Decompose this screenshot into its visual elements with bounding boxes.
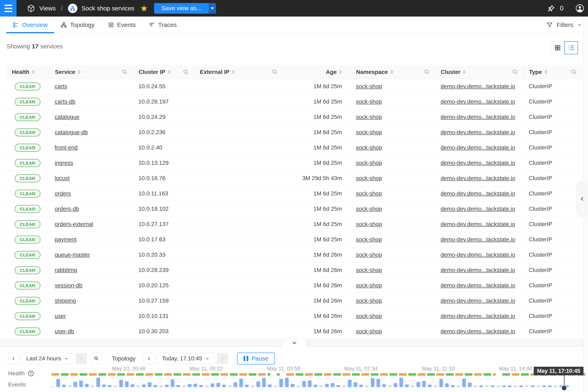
range-back-button[interactable] bbox=[8, 353, 19, 364]
namespace-link[interactable]: sock-shop bbox=[356, 206, 382, 212]
namespace-link[interactable]: sock-shop bbox=[356, 98, 382, 105]
cluster-link[interactable]: demo-dev.demo...tackstate.io bbox=[440, 236, 515, 242]
service-link[interactable]: catalogue-db bbox=[55, 129, 88, 135]
search-icon[interactable] bbox=[272, 69, 278, 75]
service-link[interactable]: user bbox=[55, 313, 66, 319]
search-icon[interactable] bbox=[424, 69, 430, 75]
sort-icon[interactable] bbox=[463, 70, 466, 74]
tab-events[interactable]: Events bbox=[101, 16, 142, 33]
namespace-link[interactable]: sock-shop bbox=[356, 114, 382, 120]
service-link[interactable]: queue-master bbox=[55, 252, 90, 258]
service-link[interactable]: orders bbox=[55, 190, 71, 196]
cluster-link[interactable]: demo-dev.demo...tackstate.io bbox=[440, 129, 515, 135]
tab-topology[interactable]: Topology bbox=[54, 16, 101, 33]
time-range-select[interactable]: Last 24 hours bbox=[21, 353, 74, 364]
search-icon[interactable] bbox=[183, 69, 189, 75]
cluster-link[interactable]: demo-dev.demo...tackstate.io bbox=[440, 160, 515, 166]
namespace-link[interactable]: sock-shop bbox=[356, 313, 382, 319]
service-link[interactable]: rabbitmq bbox=[55, 267, 77, 273]
tab-overview[interactable]: Overview bbox=[6, 16, 54, 33]
namespace-link[interactable]: sock-shop bbox=[356, 221, 382, 227]
cluster-link[interactable]: demo-dev.demo...tackstate.io bbox=[440, 298, 515, 304]
column-header-service[interactable]: Service bbox=[49, 65, 133, 78]
column-header-cluster-ip[interactable]: Cluster IP bbox=[133, 65, 194, 78]
namespace-link[interactable]: sock-shop bbox=[356, 282, 382, 288]
namespace-link[interactable]: sock-shop bbox=[356, 83, 382, 90]
sort-icon[interactable] bbox=[232, 70, 235, 74]
timeline-collapse-button[interactable] bbox=[282, 339, 307, 347]
namespace-link[interactable]: sock-shop bbox=[356, 144, 382, 151]
save-view-as-button[interactable]: Save view as... bbox=[154, 3, 209, 14]
cluster-link[interactable]: demo-dev.demo...tackstate.io bbox=[440, 175, 515, 181]
namespace-link[interactable]: sock-shop bbox=[356, 298, 382, 304]
namespace-link[interactable]: sock-shop bbox=[356, 252, 382, 258]
column-header-external-ip[interactable]: External IP bbox=[194, 65, 283, 78]
breadcrumb-view-name[interactable]: Sock shop services bbox=[82, 5, 134, 12]
search-icon[interactable] bbox=[571, 69, 577, 75]
service-link[interactable]: carts bbox=[55, 83, 67, 90]
namespace-link[interactable]: sock-shop bbox=[356, 267, 382, 273]
namespace-link[interactable]: sock-shop bbox=[356, 175, 382, 181]
service-link[interactable]: shipping bbox=[55, 298, 76, 304]
namespace-link[interactable]: sock-shop bbox=[356, 328, 382, 334]
favorite-star-icon[interactable]: ★ bbox=[140, 4, 148, 13]
service-link[interactable]: catalogue bbox=[55, 114, 80, 120]
service-link[interactable]: locust bbox=[55, 175, 70, 181]
breadcrumb-views[interactable]: Views bbox=[40, 5, 56, 12]
cluster-link[interactable]: demo-dev.demo...tackstate.io bbox=[440, 252, 515, 258]
service-link[interactable]: session-db bbox=[55, 282, 82, 288]
service-link[interactable]: carts-db bbox=[55, 98, 75, 105]
cluster-link[interactable]: demo-dev.demo...tackstate.io bbox=[440, 83, 515, 90]
cluster-link[interactable]: demo-dev.demo...tackstate.io bbox=[440, 98, 515, 105]
time-forward-button[interactable] bbox=[217, 353, 228, 364]
column-header-type[interactable]: Type bbox=[523, 65, 582, 78]
column-header-health[interactable]: Health bbox=[6, 65, 49, 78]
right-panel-expand-button[interactable] bbox=[576, 181, 587, 216]
namespace-link[interactable]: sock-shop bbox=[356, 129, 382, 135]
hamburger-menu-button[interactable] bbox=[0, 0, 16, 16]
help-question-icon[interactable]: ? bbox=[28, 370, 34, 377]
column-header-namespace[interactable]: Namespace bbox=[350, 65, 435, 78]
cluster-link[interactable]: demo-dev.demo...tackstate.io bbox=[440, 114, 515, 120]
range-forward-button[interactable] bbox=[76, 353, 86, 364]
cluster-link[interactable]: demo-dev.demo...tackstate.io bbox=[440, 221, 515, 227]
filters-button[interactable]: Filters bbox=[546, 22, 582, 28]
sort-icon[interactable] bbox=[339, 70, 342, 74]
sort-icon[interactable] bbox=[390, 70, 393, 74]
pause-button[interactable]: Pause bbox=[237, 352, 275, 364]
time-back-button[interactable] bbox=[144, 353, 154, 364]
cluster-link[interactable]: demo-dev.demo...tackstate.io bbox=[440, 144, 515, 151]
service-link[interactable]: front-end bbox=[55, 144, 78, 151]
zoom-out-button[interactable] bbox=[91, 353, 102, 364]
service-link[interactable]: user-db bbox=[55, 328, 74, 334]
tab-traces[interactable]: Traces bbox=[142, 16, 183, 33]
grid-view-button[interactable] bbox=[551, 41, 564, 54]
sort-icon[interactable] bbox=[32, 70, 35, 74]
cluster-link[interactable]: demo-dev.demo...tackstate.io bbox=[440, 267, 515, 273]
namespace-link[interactable]: sock-shop bbox=[356, 236, 382, 242]
user-avatar-icon[interactable] bbox=[575, 4, 584, 13]
column-header-cluster[interactable]: Cluster bbox=[435, 65, 523, 78]
current-time-select[interactable]: Today, 17:10:45 bbox=[156, 353, 215, 364]
cluster-link[interactable]: demo-dev.demo...tackstate.io bbox=[440, 206, 515, 212]
sort-icon[interactable] bbox=[168, 70, 171, 74]
namespace-link[interactable]: sock-shop bbox=[356, 190, 382, 196]
pin-icon[interactable] bbox=[547, 4, 555, 12]
service-link[interactable]: orders-external bbox=[55, 221, 93, 227]
save-view-as-caret-button[interactable] bbox=[209, 3, 216, 14]
sort-icon[interactable] bbox=[544, 70, 547, 74]
cluster-link[interactable]: demo-dev.demo...tackstate.io bbox=[440, 313, 515, 319]
search-icon[interactable] bbox=[512, 69, 518, 75]
sort-icon[interactable] bbox=[78, 70, 81, 74]
current-time-marker-dot[interactable] bbox=[562, 386, 566, 390]
service-link[interactable]: payment bbox=[55, 236, 76, 242]
service-link[interactable]: ingress bbox=[55, 160, 73, 166]
list-view-button[interactable] bbox=[564, 41, 578, 54]
cluster-link[interactable]: demo-dev.demo...tackstate.io bbox=[440, 190, 515, 196]
namespace-link[interactable]: sock-shop bbox=[356, 160, 382, 166]
search-icon[interactable] bbox=[122, 69, 128, 75]
service-link[interactable]: orders-db bbox=[55, 206, 79, 212]
cluster-link[interactable]: demo-dev.demo...tackstate.io bbox=[440, 282, 515, 288]
column-header-age[interactable]: Age bbox=[283, 65, 350, 78]
cluster-link[interactable]: demo-dev.demo...tackstate.io bbox=[440, 328, 515, 334]
